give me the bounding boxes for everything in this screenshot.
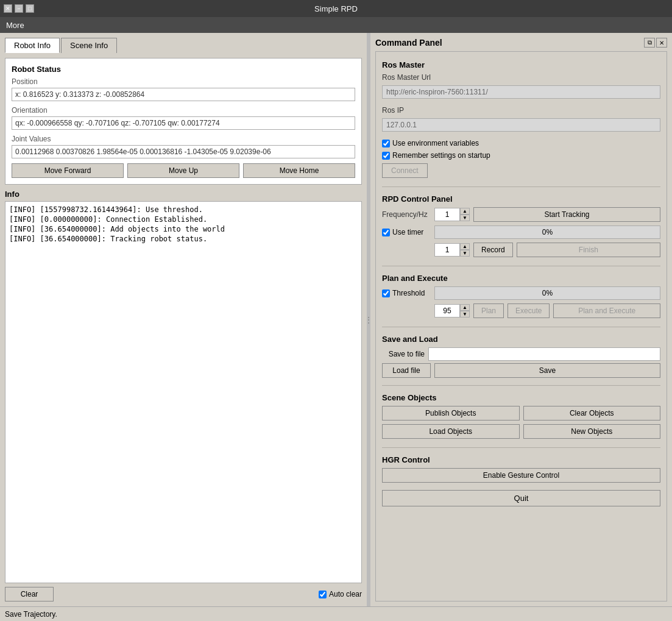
connect-row: Connect	[382, 163, 660, 178]
tab-robot-info[interactable]: Robot Info	[5, 38, 60, 53]
load-file-button[interactable]: Load file	[382, 363, 431, 378]
ros-url-field[interactable]	[382, 85, 660, 99]
enable-gesture-button[interactable]: Enable Gesture Control	[382, 468, 660, 483]
close-button[interactable]: ✕	[4, 4, 12, 13]
maximize-button[interactable]: □	[26, 4, 34, 13]
minimize-button[interactable]: −	[15, 4, 23, 13]
move-forward-button[interactable]: Move Forward	[12, 163, 124, 178]
save-to-file-row: Save to file	[382, 347, 660, 361]
publish-objects-button[interactable]: Publish Objects	[382, 406, 520, 421]
status-text: Save Trajectory.	[5, 610, 57, 619]
clear-objects-button[interactable]: Clear Objects	[523, 406, 661, 421]
window-title: Simple RPD	[314, 4, 358, 13]
plan-buttons-row: ▲ ▼ Plan Execute Plan and Execute	[382, 303, 660, 318]
panel-close-button[interactable]: ✕	[656, 38, 667, 48]
use-timer-label[interactable]: Use timer	[382, 228, 431, 236]
info-section: Info [INFO] [1557998732.161443964]: Use …	[5, 190, 362, 601]
log-line-2: [INFO] [36.654000000]: Add objects into …	[9, 225, 358, 233]
remember-checkbox[interactable]	[382, 152, 390, 160]
new-objects-button[interactable]: New Objects	[523, 424, 661, 439]
panel-restore-button[interactable]: ⧉	[644, 38, 655, 48]
menu-bar: More	[0, 17, 672, 33]
quit-button[interactable]: Quit	[382, 490, 660, 506]
status-bar: Save Trajectory.	[0, 606, 672, 621]
ros-ip-row: Ros IP	[382, 106, 660, 115]
frequency-row: Frequency/Hz ▲ ▼ Start Tracking	[382, 207, 660, 222]
execute-button[interactable]: Execute	[508, 303, 550, 318]
threshold-progress-text: 0%	[435, 289, 660, 297]
threshold-checkbox[interactable]	[382, 289, 390, 297]
save-to-file-input[interactable]	[428, 347, 660, 361]
menu-item-more[interactable]: More	[6, 21, 24, 30]
joint-values-field[interactable]	[12, 145, 355, 158]
threshold-up[interactable]: ▲	[460, 304, 470, 311]
joint-values-label: Joint Values	[12, 135, 355, 143]
orientation-label: Orientation	[12, 106, 355, 115]
auto-clear-label[interactable]: Auto clear	[319, 590, 362, 598]
use-env-label[interactable]: Use environment variables	[382, 139, 479, 147]
save-to-file-label: Save to file	[382, 350, 425, 358]
scene-objects-grid: Publish Objects Clear Objects Load Objec…	[382, 406, 660, 439]
orientation-field[interactable]	[12, 116, 355, 130]
record-up[interactable]: ▲	[460, 243, 470, 250]
threshold-progress-bar: 0%	[434, 286, 660, 300]
use-env-checkbox[interactable]	[382, 140, 390, 147]
rpd-control-heading: RPD Control Panel	[382, 194, 660, 204]
timer-row: Use timer 0%	[382, 225, 660, 239]
position-field[interactable]	[12, 88, 355, 101]
ros-ip-field[interactable]	[382, 118, 660, 132]
use-timer-checkbox[interactable]	[382, 229, 390, 236]
record-spinner-btns[interactable]: ▲ ▼	[460, 243, 470, 257]
auto-clear-checkbox[interactable]	[319, 591, 327, 598]
save-load-heading: Save and Load	[382, 335, 660, 344]
left-panel: Robot Info Scene Info Robot Status Posit…	[0, 33, 367, 606]
log-line-0: [INFO] [1557998732.161443964]: Use thres…	[9, 205, 358, 214]
log-line-3: [INFO] [36.654000000]: Tracking robot st…	[9, 235, 358, 243]
tab-scene-info[interactable]: Scene Info	[61, 38, 117, 53]
remember-label[interactable]: Remember settings on startup	[382, 151, 490, 160]
ros-master-heading: Ros Master	[382, 60, 660, 69]
use-env-row: Use environment variables	[382, 139, 660, 147]
window-controls[interactable]: ✕ − □	[4, 4, 34, 13]
connect-button[interactable]: Connect	[382, 163, 428, 178]
load-save-row: Load file Save	[382, 363, 660, 378]
remember-row: Remember settings on startup	[382, 151, 660, 160]
plan-execute-button[interactable]: Plan and Execute	[553, 303, 660, 318]
record-down[interactable]: ▼	[460, 250, 470, 257]
robot-status-section: Robot Status Position Orientation Joint …	[5, 58, 362, 185]
threshold-spinner[interactable]: ▲ ▼	[434, 304, 470, 318]
timer-progress-bar: 0%	[434, 225, 660, 239]
frequency-spinner[interactable]: ▲ ▼	[434, 208, 470, 221]
frequency-down[interactable]: ▼	[460, 215, 470, 221]
plan-button[interactable]: Plan	[473, 303, 504, 318]
log-line-1: [INFO] [0.000000000]: Connection Establi…	[9, 215, 358, 224]
record-spinner[interactable]: ▲ ▼	[434, 243, 470, 257]
frequency-up[interactable]: ▲	[460, 208, 470, 215]
record-row: ▲ ▼ Record Finish	[382, 243, 660, 257]
info-log: [INFO] [1557998732.161443964]: Use thres…	[5, 201, 362, 583]
move-home-button[interactable]: Move Home	[243, 163, 355, 178]
move-up-button[interactable]: Move Up	[127, 163, 239, 178]
threshold-row: Threshold 0%	[382, 286, 660, 300]
scene-objects-heading: Scene Objects	[382, 393, 660, 402]
frequency-spinner-btns[interactable]: ▲ ▼	[460, 208, 470, 221]
panel-controls[interactable]: ⧉ ✕	[644, 38, 667, 48]
robot-status-heading: Robot Status	[12, 65, 355, 74]
threshold-down[interactable]: ▼	[460, 311, 470, 318]
threshold-label[interactable]: Threshold	[382, 289, 431, 297]
threshold-spinner-btns[interactable]: ▲ ▼	[460, 304, 470, 318]
load-objects-button[interactable]: Load Objects	[382, 424, 520, 439]
finish-button[interactable]: Finish	[517, 243, 660, 257]
start-tracking-button[interactable]: Start Tracking	[473, 207, 660, 222]
command-panel-title: Command Panel	[375, 38, 442, 48]
command-panel-header: Command Panel ⧉ ✕	[375, 38, 667, 48]
clear-button[interactable]: Clear	[5, 587, 54, 601]
threshold-value-input[interactable]	[434, 304, 460, 318]
save-button[interactable]: Save	[434, 363, 660, 378]
ros-url-label: Ros Master Url	[382, 73, 431, 82]
position-label: Position	[12, 77, 355, 86]
record-input[interactable]	[434, 243, 460, 257]
record-button[interactable]: Record	[473, 243, 513, 257]
frequency-input[interactable]	[434, 208, 460, 221]
timer-progress-text: 0%	[435, 228, 660, 236]
